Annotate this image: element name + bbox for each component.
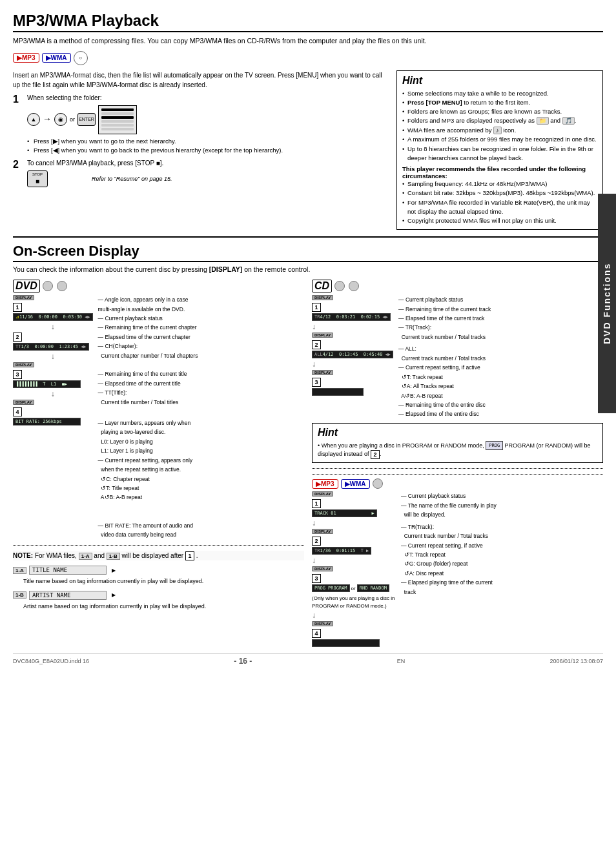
tv-line-4 (101, 120, 134, 123)
cd-badge: CD (312, 280, 332, 292)
mp3-disc-icon (373, 478, 383, 489)
mp3-osd-bar-2: TR1/36 0:01:15 T ▶ (312, 547, 371, 555)
step1-bullets: Press [▶] when you want to go to the nex… (27, 137, 390, 156)
insert-text: Insert an MP3/WMA-format disc, then the … (13, 70, 390, 90)
mp3-step-badge-3: 3 (312, 574, 321, 583)
hint-item-3: Folders and MP3 are displayed respective… (402, 116, 597, 126)
cd-step-badge-2: 2 (312, 340, 321, 349)
note-text: For WMA files, (35, 552, 79, 559)
mp3-arrow-1: ↓ (312, 518, 316, 528)
section-intro: You can check the information about the … (13, 265, 603, 274)
page-container: DVD Functions MP3/WMA Playback MP3/WMA i… (0, 0, 616, 851)
or-text-mp3: or (351, 586, 356, 591)
osd-bar-4: BIT RATE: 256kbps (13, 418, 81, 425)
tag-1b-screen: ARTIST NAME (29, 591, 107, 600)
hint-box: Hint Some selections may take a while to… (396, 70, 603, 231)
tag-1b-desc: Artist name based on tag information cur… (23, 602, 304, 611)
mp3-prog-row: PROG PROGRAM or RND RANDOM (312, 584, 389, 592)
cd-osd-bar-3 (312, 388, 364, 396)
mp3-osd-bar-1: TRACK 01 ▶ (312, 509, 377, 517)
mp3-display-btn-3[interactable]: DISPLAY (312, 566, 333, 571)
stop-btn-area: STOP ■ Refer to "Resume" on page 15. (27, 170, 390, 187)
tv-line-1 (101, 108, 134, 111)
mp3-osd-bar-4 (312, 639, 380, 647)
cd-display-btn-2[interactable]: DISPLAY (312, 333, 333, 338)
tag-1a-desc: Title name based on tag information curr… (23, 577, 304, 586)
disc-logo: ○ (74, 51, 88, 65)
cd-osd-bar-1: TR4/12 0:03:21 0:02:15 ◀▶ (312, 313, 391, 321)
tag-1b-row: 1-B ARTIST NAME ▶ (13, 590, 304, 601)
note-1a: 1-A (79, 553, 92, 560)
osd-bar-1: ⊿11/16 0:00:00 0:03:30 ◀▶ (13, 313, 93, 321)
hint-item-5: A maximum of 255 folders or 999 files ma… (402, 135, 597, 144)
select-btn[interactable]: ◉ (54, 113, 67, 126)
note-1: 1 (185, 551, 194, 560)
display-btn-3[interactable]: DISPLAY (13, 362, 34, 367)
tv-line-3 (101, 116, 134, 119)
dvd-annotations: — Angle icon, appears only in a casemult… (96, 295, 198, 540)
step-badge-1: 1 (13, 303, 22, 312)
step1-content: When selecting the folder: ▲ → ◉ or ENTE… (27, 94, 390, 156)
hint-item-1: Press [TOP MENU] to return to the first … (402, 98, 597, 107)
tag-1a-row: 1-A TITLE NAME ▶ (13, 564, 304, 576)
enter-btn[interactable]: ENTER (77, 113, 96, 126)
track-icon: 🎵 (562, 117, 575, 125)
mp3-display-btn-4[interactable]: DISPLAY (312, 621, 333, 626)
note-period: . (196, 552, 198, 559)
tv-line-6 (101, 128, 134, 130)
wma-logo: ▶WMA (42, 53, 71, 63)
mp3-step-badge-1: 1 (312, 499, 321, 508)
display-btn-1[interactable]: DISPLAY (13, 295, 34, 300)
tag-1a-screen: TITLE NAME (29, 566, 107, 575)
osd-main: DVD DISPLAY 1 ⊿11/16 0:00:00 0:03:30 ◀▶ … (13, 280, 603, 647)
mp3-section: ▶MP3 ▶WMA DISPLAY 1 TRACK 01 ▶ ↓ DISPLAY (312, 474, 603, 646)
intro-text: MP3/WMA is a method of compressing files… (13, 36, 603, 46)
up-btn[interactable]: ▲ (27, 113, 40, 126)
cd-display-btn-3[interactable]: DISPLAY (312, 370, 333, 375)
hint-num-2: 2 (371, 450, 380, 459)
bullet-2: Press [◀] when you want to go back to th… (27, 146, 390, 155)
hint-bold-note: This player recommends the files recorde… (402, 165, 597, 179)
hint-list: Some selections may take a while to be r… (402, 89, 597, 163)
step-2: 2 To cancel MP3/WMA playback, press [STO… (13, 159, 390, 190)
cd-disc-icon2 (349, 281, 359, 291)
dvd-disc-icon2 (57, 281, 67, 291)
note-suffix: will be displayed after (122, 552, 185, 559)
arrow-down-3: ↓ (13, 389, 93, 398)
cd-annotations: — Current playback status — Remaining ti… (396, 295, 491, 419)
stop-button[interactable]: STOP ■ (27, 170, 48, 187)
hint-item-4: WMA files are accompanied by ♪ icon. (402, 126, 597, 136)
arrow-right-1b: ▶ (112, 592, 116, 598)
arrow-down-2: ↓ (13, 352, 93, 361)
mp3-arrow-2: ↓ (312, 556, 316, 565)
dotted-sep-1 (13, 545, 304, 546)
dvd-disc-icon (43, 281, 53, 291)
cd-screen-col: DISPLAY 1 TR4/12 0:03:21 0:02:15 ◀▶ ↓ DI… (312, 295, 393, 419)
display-btn-4[interactable]: DISPLAY (13, 400, 34, 405)
and-text: and (94, 552, 106, 559)
cd-osd-bar-2: ALL4/12 0:13:45 0:45:40 ◀▶ (312, 351, 393, 358)
tv-line-5 (101, 124, 134, 127)
condition-2: For MP3/WMA file recorded in Variable Bi… (402, 198, 597, 217)
refer-text: Refer to "Resume" on page 15. (92, 175, 172, 183)
dotted-sep-2 (312, 468, 603, 469)
note-icon: ♪ (493, 127, 502, 134)
sidebar-label: DVD Functions (598, 194, 616, 413)
step-badge-2: 2 (13, 333, 22, 342)
note-label: NOTE: (13, 552, 33, 559)
dvd-badge: DVD (13, 280, 40, 292)
cd-display-btn-1[interactable]: DISPLAY (312, 295, 333, 300)
wma-logo-2: ▶WMA (341, 479, 370, 489)
cd-step-badge-3: 3 (312, 378, 321, 387)
dvd-annot-3: — Layer numbers, appears only when playi… (98, 418, 198, 540)
hint-item-6: Up to 8 hierarchies can be recognized in… (402, 145, 597, 163)
cd-steps-row: DISPLAY 1 TR4/12 0:03:21 0:02:15 ◀▶ ↓ DI… (312, 295, 603, 419)
mp3-osd-bar-3b: RND RANDOM (357, 584, 389, 592)
prog-screen: PROG (486, 441, 503, 451)
section-title: On-Screen Display (13, 243, 603, 262)
mp3-display-btn-2[interactable]: DISPLAY (312, 529, 333, 534)
hint-item-2: Folders are known as Groups; files are k… (402, 107, 597, 116)
mp3-display-btn-1[interactable]: DISPLAY (312, 491, 333, 497)
folder-icon: 📁 (537, 117, 549, 125)
mp3-prog-note: (Only when you are playing a disc in PRO… (312, 595, 396, 609)
